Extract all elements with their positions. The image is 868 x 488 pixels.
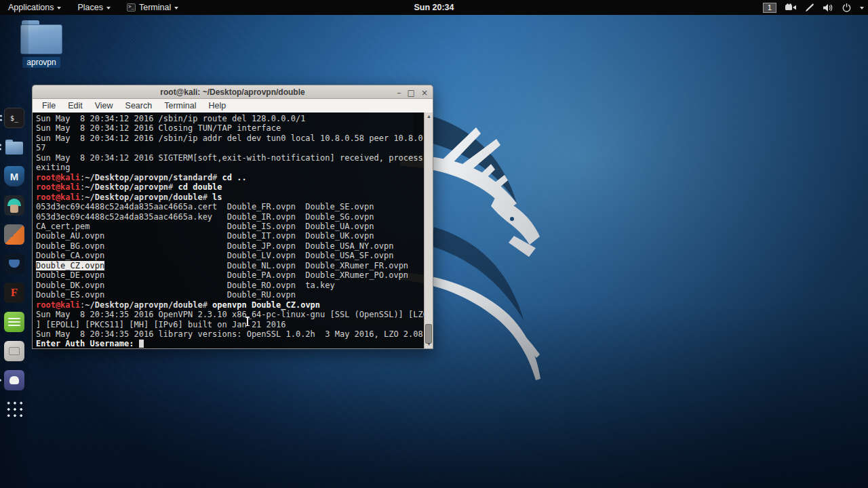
terminal-line: root@kali:~/Desktop/aprovpn/standard# cd… [36, 173, 424, 182]
scroll-down-arrow[interactable]: ▼ [425, 340, 433, 348]
window-titlebar[interactable]: root@kali: ~/Desktop/aprovpn/double – □ … [32, 85, 433, 99]
chevron-down-icon [106, 7, 111, 9]
terminal-line: Double_BG.ovpn Double_JP.ovpn Double_USA… [36, 241, 424, 251]
menu-view[interactable]: View [90, 100, 119, 111]
terminal-line: root@kali:~/Desktop/aprovpn/double# ls [36, 192, 424, 202]
dock-armitage-icon[interactable] [4, 195, 24, 216]
caret-down-icon[interactable] [860, 7, 864, 9]
workspace-indicator[interactable]: 1 [763, 3, 776, 13]
terminal-cursor [139, 340, 144, 348]
dock-gray-app-icon[interactable] [4, 341, 24, 361]
terminal-line: 053d3ec69c4488c52a4da835aac4665a.cert Do… [36, 202, 424, 211]
faraday-glyph: F [11, 286, 18, 300]
terminal-line: Sun May 8 20:34:12 2016 /sbin/ip route d… [36, 114, 424, 123]
input-pen-icon[interactable] [805, 3, 814, 12]
terminal-line: Sun May 8 20:34:12 2016 Closing TUN/TAP … [36, 123, 424, 133]
terminal-glyph: $_ [10, 115, 18, 122]
metasploit-glyph: M [10, 171, 19, 182]
running-indicator [0, 144, 1, 150]
terminal-body: Sun May 8 20:34:12 2016 /sbin/ip route d… [32, 113, 433, 349]
window-title: root@kali: ~/Desktop/aprovpn/double [33, 87, 433, 97]
show-applications-icon[interactable] [5, 399, 24, 418]
menu-help[interactable]: Help [203, 100, 231, 111]
dock-terminal-icon[interactable]: $_ [4, 108, 24, 128]
terminal-line: Double_CA.ovpn Double_LV.ovpn Double_USA… [36, 251, 424, 260]
dock-faraday-icon[interactable]: F [4, 283, 24, 303]
menu-file[interactable]: File [37, 100, 61, 111]
terminal-line: root@kali:~/Desktop/aprovpn# cd double [36, 182, 424, 192]
menu-edit[interactable]: Edit [62, 100, 88, 111]
dock-files-icon[interactable] [4, 137, 24, 157]
terminal-line: Enter Auth Username: [36, 339, 424, 348]
window-menubar: File Edit View Search Terminal Help [32, 99, 433, 113]
terminal-line: Sun May 8 20:34:12 2016 SIGTERM[soft,exi… [36, 153, 424, 163]
terminal-line: Double_AU.ovpn Double_IT.ovpn Double_UK.… [36, 231, 424, 241]
screen-recorder-icon[interactable] [785, 3, 796, 12]
terminal-line: root@kali:~/Desktop/aprovpn/double# open… [36, 300, 424, 310]
dock-metasploit-icon[interactable]: M [4, 166, 24, 186]
maximize-button[interactable]: □ [408, 89, 415, 97]
terminal-appmenu[interactable]: >_ Terminal [119, 0, 186, 15]
applications-menu[interactable]: Applications [0, 0, 69, 15]
close-button[interactable]: × [421, 89, 428, 97]
terminal-icon: >_ [127, 3, 136, 12]
applications-menu-label: Applications [8, 3, 54, 12]
running-indicator [0, 115, 2, 121]
dock-dog-app-icon[interactable] [4, 370, 24, 390]
terminal-line: 053d3ec69c4488c52a4da835aac4665a.key Dou… [36, 212, 424, 222]
terminal-line: 57 [36, 143, 424, 152]
running-indicator [0, 380, 1, 382]
chevron-down-icon [57, 7, 61, 9]
top-bar: Applications Places >_ Terminal Sun 20:3… [0, 0, 868, 15]
terminal-line: Sun May 8 20:34:35 2016 OpenVPN 2.3.10 x… [36, 310, 424, 319]
places-menu-label: Places [77, 3, 103, 12]
terminal-line: ] [EPOLL] [PKCS11] [MH] [IPv6] built on … [36, 320, 424, 329]
terminal-output[interactable]: Sun May 8 20:34:12 2016 /sbin/ip route d… [33, 113, 424, 348]
terminal-line: Sun May 8 20:34:35 2016 library versions… [36, 329, 424, 339]
places-menu[interactable]: Places [69, 0, 119, 15]
clock[interactable]: Sun 20:34 [414, 0, 454, 15]
dock: $_ M F [0, 15, 28, 488]
scrollbar[interactable]: ▲ ▼ [424, 113, 433, 348]
terminal-line: Double_CZ.ovpn Double_NL.ovpn Double_XRu… [36, 261, 424, 270]
menu-terminal[interactable]: Terminal [159, 100, 201, 111]
desktop-screen: Applications Places >_ Terminal Sun 20:3… [0, 0, 868, 488]
volume-icon[interactable] [823, 3, 833, 12]
dock-burpsuite-icon[interactable] [4, 224, 24, 245]
power-icon[interactable] [842, 3, 851, 12]
dock-leafpad-icon[interactable] [4, 312, 24, 332]
terminal-appmenu-label: Terminal [139, 3, 171, 12]
folder-icon [5, 140, 23, 155]
dock-beef-icon[interactable] [4, 253, 24, 274]
scroll-up-arrow[interactable]: ▲ [425, 113, 433, 121]
terminal-line: exiting [36, 163, 424, 172]
minimize-button[interactable]: – [397, 89, 401, 97]
terminal-line: Double_DK.ovpn Double_RO.ovpn ta.key [36, 281, 424, 290]
terminal-line: CA_cert.pem Double_IS.ovpn Double_UA.ovp… [36, 222, 424, 231]
terminal-line: Double_ES.ovpn Double_RU.ovpn [36, 290, 424, 300]
chevron-down-icon [174, 7, 178, 9]
terminal-window: root@kali: ~/Desktop/aprovpn/double – □ … [32, 85, 433, 349]
menu-search[interactable]: Search [120, 100, 158, 111]
terminal-line: Sun May 8 20:34:12 2016 /sbin/ip addr de… [36, 134, 424, 143]
terminal-line: Double_DE.ovpn Double_PA.ovpn Double_XRu… [36, 270, 424, 280]
